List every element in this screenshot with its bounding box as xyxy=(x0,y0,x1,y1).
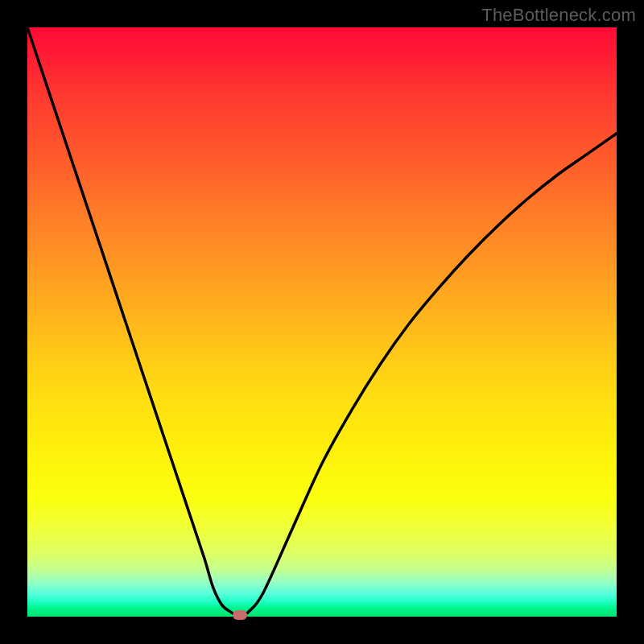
bottleneck-curve xyxy=(27,27,617,617)
watermark-text: TheBottleneck.com xyxy=(481,5,636,26)
curve-path xyxy=(27,27,617,617)
minimum-marker xyxy=(233,610,247,620)
chart-plot-area xyxy=(27,27,617,617)
chart-frame: TheBottleneck.com xyxy=(0,0,644,644)
